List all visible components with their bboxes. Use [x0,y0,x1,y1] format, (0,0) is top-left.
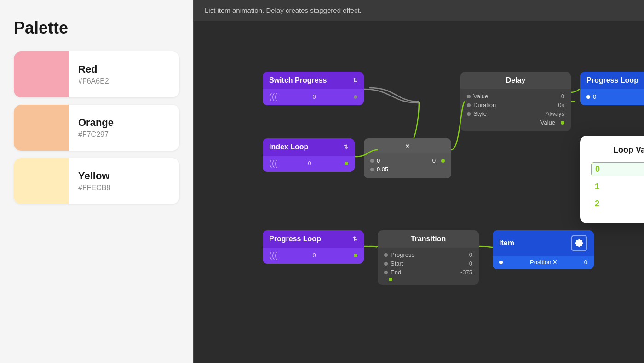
multiply-in-dot2 [370,168,374,171]
transition-label: Transition [411,235,446,243]
switch-progress-port-dot [354,95,357,99]
palette-item-yellow[interactable]: Yellow #FFECB8 [14,158,179,204]
multiply-out-dot [441,159,445,163]
loop-value-index-2: 2 [595,199,599,209]
progress-loop-top-in-dot [586,95,590,99]
palette-name-red: Red [78,63,109,75]
loop-value-row-2: 2 0 [591,197,644,210]
transition-progress-row: Progress 0 [384,251,472,258]
loop-value-index-0: 0 [595,164,600,174]
transition-node[interactable]: Transition Progress 0 Start 0 [378,230,479,285]
palette-info-orange: Orange #F7C297 [69,109,123,146]
item-header: Item [493,230,594,256]
progress-loop-bottom-signal-icon: ((( [269,250,277,260]
connections-svg [194,21,644,363]
progress-loop-bottom-value: 0 [312,252,316,259]
loop-value-index-1: 1 [595,182,599,192]
progress-loop-top-node[interactable]: Progress Loop 0 ))) [580,72,644,105]
node-canvas[interactable]: Switch Progress ⇅ ((( 0 Index Loop ⇅ (((… [194,21,644,363]
multiply-val1-right: 0 [432,157,436,164]
transition-end-label: End [391,269,401,276]
index-loop-body: ((( 0 [263,156,355,172]
progress-loop-top-value: 0 [593,93,596,100]
transition-start-val: 0 [469,260,472,267]
delay-duration-row: Duration 0s [467,102,564,108]
switch-progress-sort-icon: ⇅ [353,77,357,84]
progress-loop-bottom-sort-icon: ⇅ [353,236,357,242]
index-loop-header: Index Loop ⇅ [263,138,355,156]
multiply-node[interactable]: × 0 0 0.05 [364,138,451,178]
transition-out-dot [389,278,392,281]
palette-info-red: Red #F6A6B2 [69,56,118,93]
conn-1 [364,89,419,103]
transition-end-dot [384,271,388,274]
switch-progress-body: ((( 0 [263,89,364,105]
palette-hex-orange: #F7C297 [78,130,114,139]
palette-swatch-red [14,51,69,97]
transition-end-val: -375 [460,269,472,276]
delay-style-val: Always [546,110,564,117]
progress-loop-top-header: Progress Loop [580,72,644,89]
delay-header: Delay [460,72,571,89]
transition-progress-val: 0 [469,251,472,258]
palette-hex-yellow: #FFECB8 [78,184,110,192]
progress-loop-bottom-node[interactable]: Progress Loop ⇅ ((( 0 [263,230,364,264]
loop-values-title: Loop Values [591,145,644,155]
palette-item-red[interactable]: Red #F6A6B2 [14,51,179,97]
multiply-in-dot1 [370,159,374,163]
description-bar: List item animation. Delay creates stagg… [194,0,644,21]
multiply-label: × [406,142,410,150]
loop-values-popup: Loop Values 0 0 1 0 2 0 [580,136,644,223]
delay-style-dot [467,112,471,116]
multiply-row1: 0 0 [370,157,445,164]
progress-loop-bottom-label: Progress Loop [269,235,321,243]
index-loop-node[interactable]: Index Loop ⇅ ((( 0 [263,138,355,172]
switch-progress-label: Switch Progress [269,76,327,85]
index-loop-out-dot [345,162,348,165]
multiply-val2: 0.05 [377,166,388,173]
index-loop-signal-icon: ((( [269,159,277,168]
item-port-label: Position X [530,259,557,266]
palette-swatch-orange [14,105,69,151]
conn-switch-delay [369,88,419,102]
sidebar-title: Palette [14,18,179,38]
multiply-row2: 0.05 [370,166,445,173]
delay-duration-dot [467,103,471,107]
item-port-val: 0 [584,259,587,266]
index-loop-value: 0 [308,160,311,167]
palette-item-orange[interactable]: Orange #F7C297 [14,105,179,151]
canvas-connections [194,21,644,363]
delay-value-in-dot [467,95,471,98]
transition-start-dot [384,262,388,266]
transition-body: Progress 0 Start 0 End -375 [378,248,479,285]
multiply-body: 0 0 0.05 [364,153,451,178]
delay-value-val: 0 [561,93,564,100]
delay-style-label: Style [473,110,487,117]
delay-duration-val: 0s [558,102,564,108]
delay-duration-label: Duration [473,102,496,108]
transition-end-row: End -375 [384,269,472,276]
item-settings-icon[interactable] [571,235,587,251]
delay-label: Delay [506,76,526,84]
item-node[interactable]: Item Position X 0 [493,230,594,269]
multiply-val1: 0 [377,157,380,164]
item-body: Position X 0 [493,256,594,269]
palette-name-orange: Orange [78,117,114,129]
conn-5 [364,246,378,247]
loop-value-row-1: 1 0 [591,180,644,193]
switch-progress-node[interactable]: Switch Progress ⇅ ((( 0 [263,72,364,105]
sidebar: Palette Red #F6A6B2 Orange #F7C297 Yello… [0,0,193,363]
transition-progress-label: Progress [391,251,414,258]
item-in-dot [499,261,503,264]
transition-start-row: Start 0 [384,260,472,267]
transition-header: Transition [378,230,479,248]
delay-value-label: Value [473,93,488,100]
delay-node[interactable]: Delay Value 0 Duration 0s [460,72,571,131]
switch-progress-signal-icon: ((( [269,92,277,102]
transition-start-label: Start [391,260,403,267]
main-canvas: List item animation. Delay creates stagg… [193,0,644,363]
delay-output-row: Value [540,119,564,126]
settings-svg [575,238,584,248]
switch-progress-value: 0 [312,93,316,100]
delay-output-label: Value [540,119,555,126]
